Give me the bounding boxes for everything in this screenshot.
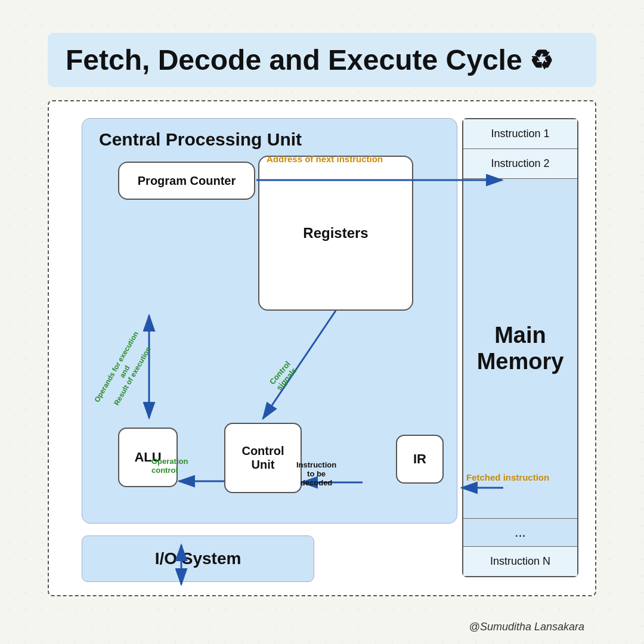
io-label: I/O System	[155, 549, 242, 568]
cpu-box: Central Processing Unit Program Counter …	[82, 118, 457, 524]
instruction-n-label: Instruction N	[490, 555, 550, 568]
alu-box: ALU	[118, 428, 178, 487]
control-unit-box: ControlUnit	[224, 423, 302, 493]
title-text: Fetch, Decode and Execute Cycle	[66, 44, 522, 76]
instruction2-row: Instruction 2	[463, 149, 577, 179]
outer-diagram-box: Central Processing Unit Program Counter …	[48, 100, 596, 596]
registers-label: Registers	[303, 225, 368, 242]
memory-dots: ...	[463, 518, 577, 547]
instruction1-label: Instruction 1	[491, 128, 549, 140]
main-memory-box: Instruction 1 Instruction 2 MainMemory .…	[462, 118, 578, 577]
memory-main-label: MainMemory	[463, 179, 577, 518]
page-title: Fetch, Decode and Execute Cycle ♻	[66, 44, 578, 76]
ir-label: IR	[413, 451, 426, 467]
recycle-icon: ♻	[530, 45, 553, 75]
io-system-box: I/O System	[82, 535, 314, 582]
control-unit-label: ControlUnit	[242, 444, 284, 472]
page-wrapper: Fetch, Decode and Execute Cycle ♻ Centra…	[0, 0, 644, 644]
title-box: Fetch, Decode and Execute Cycle ♻	[48, 33, 596, 87]
instruction1-row: Instruction 1	[463, 119, 577, 149]
cpu-label: Central Processing Unit	[99, 129, 302, 150]
ir-box: IR	[396, 435, 444, 484]
svg-line-3	[263, 311, 336, 419]
program-counter-label: Program Counter	[138, 174, 236, 188]
program-counter-box: Program Counter	[118, 162, 255, 200]
instruction2-label: Instruction 2	[491, 157, 549, 170]
registers-box: Registers	[258, 156, 413, 311]
alu-label: ALU	[134, 450, 161, 465]
instruction-n-row: Instruction N	[463, 547, 577, 576]
memory-label-text: MainMemory	[477, 323, 564, 374]
attribution: @Sumuditha Lansakara	[469, 621, 584, 633]
